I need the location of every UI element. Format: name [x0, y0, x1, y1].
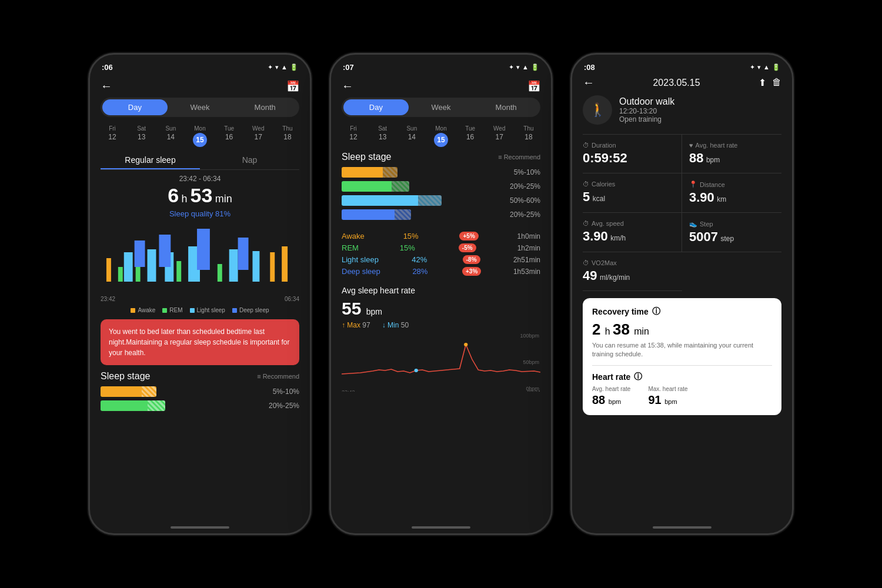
date-2-fri[interactable]: Fri 12 [342, 125, 365, 147]
stage-bar-rem-1: 20%-25% [101, 400, 299, 411]
date-2-thu[interactable]: Thu 18 [517, 125, 540, 147]
sleep-duration-1: 6 h 53 min [101, 184, 299, 207]
timer-icon: ⏱ [583, 142, 589, 149]
hr-minmax-2: ↑ Max 97 ↓ Min 50 [342, 321, 540, 329]
legend-rem: REM [162, 307, 182, 313]
workout-date: 2023.05.15 [594, 78, 759, 88]
hr-chart-2: 100bpm 50bpm 0bpm 23:42 06:34 [342, 333, 540, 392]
phone3-content: ← 2023.05.15 ⬆ 🗑 🚶 Outdoor walk 12:20-13… [572, 76, 792, 522]
delete-icon[interactable]: 🗑 [772, 77, 781, 88]
workout-header-3: ← 2023.05.15 ⬆ 🗑 [583, 76, 781, 89]
heart-icon: ♥ [689, 142, 693, 149]
speed-icon: ⏱ [583, 220, 589, 227]
stage-awake-bar: 5%-10% [342, 167, 540, 178]
stage-stats-2: Awake 15% +5% 1h0min REM 15% -5% 1h2min … [342, 232, 540, 279]
tab-day-2[interactable]: Day [343, 99, 409, 115]
phone1-content: ← 📅 Day Week Month Fri 12 Sat 13 Sun [90, 76, 310, 522]
distance-icon: 📍 [689, 181, 697, 188]
share-icon[interactable]: ⬆ [759, 77, 766, 88]
date-item-fri[interactable]: Fri 12 [101, 125, 124, 147]
date-item-mon-active[interactable]: Mon 15 [188, 125, 212, 147]
sleep-tab-nap[interactable]: Nap [200, 152, 299, 169]
calendar-icon-2[interactable]: 📅 [527, 80, 540, 93]
sleep-legend-1: Awake REM Light sleep Deep sleep [101, 307, 299, 313]
stage-bars-2: 5%-10% 20%-25% [342, 167, 540, 223]
workout-action-icons: ⬆ 🗑 [759, 77, 781, 88]
metric-distance: 📍 Distance 3.90 km [682, 173, 781, 213]
activity-time: 12:20-13:20 [619, 107, 674, 115]
hr-avg-value: 88 bpm [592, 393, 630, 407]
activity-details: Outdoor walk 12:20-13:20 Open training [619, 96, 674, 123]
home-indicator-2 [331, 522, 551, 533]
hr-card-title: Heart rate ⓘ [592, 372, 772, 382]
stat-deep: Deep sleep 28% +3% 1h53min [342, 267, 540, 276]
sleep-tab-regular[interactable]: Regular sleep [101, 152, 200, 169]
svg-rect-13 [135, 240, 145, 267]
hr-card-row: Avg. heart rate 88 bpm Max. heart rate 9… [592, 386, 772, 407]
date-2-tue[interactable]: Tue 16 [459, 125, 482, 147]
heart-rate-section-2: Avg sleep heart rate 55 bpm ↑ Max 97 ↓ M… [342, 286, 540, 392]
date-item-tue[interactable]: Tue 16 [218, 125, 241, 147]
hr-max-value: 91 bpm [648, 393, 687, 407]
sleep-quality-1: Sleep quality 81% [101, 209, 299, 218]
svg-rect-15 [197, 229, 210, 270]
activity-type: Open training [619, 115, 674, 123]
tab-week-2[interactable]: Week [409, 99, 474, 115]
sleep-stage-header-2: Sleep stage ≡ Recommend [342, 152, 540, 162]
svg-rect-8 [148, 249, 156, 282]
tab-month-1[interactable]: Month [232, 99, 298, 115]
svg-rect-11 [229, 249, 238, 282]
home-indicator-3 [572, 522, 792, 533]
status-icons-2: ✦ ▾ ▲ 🔋 [509, 64, 539, 71]
sleep-chart-1 [101, 223, 299, 293]
tab-day-1[interactable]: Day [102, 99, 168, 115]
nav-header-2: ← 📅 [342, 76, 540, 98]
status-bar-2: :07 ✦ ▾ ▲ 🔋 [331, 55, 551, 76]
back-button-2[interactable]: ← [342, 79, 353, 93]
date-2-sat[interactable]: Sat 13 [371, 125, 395, 147]
stat-awake: Awake 15% +5% 1h0min [342, 232, 540, 240]
calories-icon: ⏱ [583, 181, 589, 188]
date-item-thu[interactable]: Thu 18 [276, 125, 299, 147]
home-indicator-1 [90, 522, 310, 533]
metric-calories: ⏱ Calories 5 kcal [583, 173, 682, 213]
metric-vo2max: ⏱ VO2Max 49 ml/kg/min [583, 252, 682, 291]
date-item-wed[interactable]: Wed 17 [246, 125, 270, 147]
date-item-sun[interactable]: Sun 14 [159, 125, 182, 147]
chart-labels-1: 23:42 06:34 [101, 296, 299, 302]
stat-light: Light sleep 42% -8% 2h51min [342, 255, 540, 264]
back-button-3[interactable]: ← [583, 76, 594, 89]
hr-chart-time-2: 23:42 06:34 [342, 389, 540, 392]
metrics-grid-3: ⏱ Duration 0:59:52 ♥ Avg. heart rate 88 … [583, 134, 781, 291]
activity-icon: 🚶 [583, 95, 612, 125]
recovery-value: 2 h 38 min [592, 320, 772, 339]
step-icon: 👟 [689, 220, 697, 228]
stage-deep-bar: 20%-25% [342, 209, 540, 220]
date-2-mon-active[interactable]: Mon 15 [429, 125, 453, 147]
metric-heart-rate: ♥ Avg. heart rate 88 bpm [682, 135, 781, 173]
svg-point-18 [415, 369, 418, 372]
phone2: :07 ✦ ▾ ▲ 🔋 ← 📅 Day Week Month Fri 12 [329, 53, 553, 535]
date-2-wed[interactable]: Wed 17 [487, 125, 511, 147]
date-row-1: Fri 12 Sat 13 Sun 14 Mon 15 Tue 16 [101, 123, 299, 152]
legend-awake: Awake [131, 307, 155, 313]
stat-rem: REM 15% -5% 1h2min [342, 243, 540, 252]
workout-activity-3: 🚶 Outdoor walk 12:20-13:20 Open training [583, 95, 781, 125]
hr-info-icon: ⓘ [634, 372, 642, 382]
back-button-1[interactable]: ← [101, 79, 112, 93]
tab-month-2[interactable]: Month [473, 99, 539, 115]
legend-light: Light sleep [190, 307, 225, 313]
phone1: :06 ✦ ▾ ▲ 🔋 ← 📅 Day Week Month Fri 12 [88, 53, 312, 535]
metric-duration: ⏱ Duration 0:59:52 [583, 135, 682, 173]
date-2-sun[interactable]: Sun 14 [400, 125, 423, 147]
phone2-content: ← 📅 Day Week Month Fri 12 Sat 13 Sun [331, 76, 551, 522]
calendar-icon-1[interactable]: 📅 [286, 80, 299, 93]
svg-rect-2 [282, 246, 288, 282]
tab-week-1[interactable]: Week [168, 99, 233, 115]
svg-rect-16 [238, 238, 249, 270]
svg-rect-14 [159, 235, 171, 267]
status-time-3: :08 [584, 63, 595, 72]
sleep-hours-1: 6 [168, 184, 179, 206]
svg-rect-0 [106, 258, 111, 282]
date-item-sat[interactable]: Sat 13 [130, 125, 153, 147]
